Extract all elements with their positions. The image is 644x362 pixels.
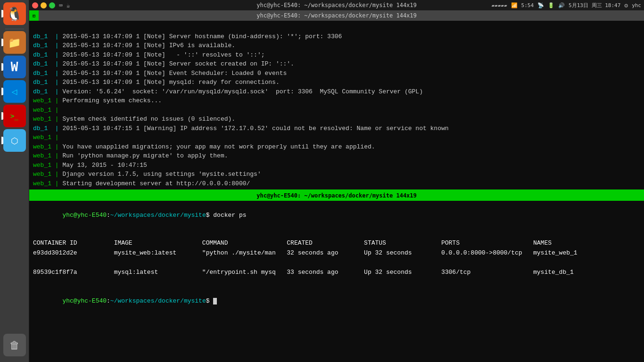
log-line: Performing system checks... <box>62 97 162 104</box>
prompt-line-2: yhc@yhc-E540:~/workspaces/docker/mysite$ <box>29 288 644 313</box>
prompt2-user: yhc@yhc-E540 <box>62 297 107 304</box>
lower-pane-title: yhc@yhc-E540: ~/workspaces/docker/mysite… <box>256 192 417 199</box>
log-prefix: db_1 | <box>33 88 62 95</box>
log-line: 2015-05-13 10:47:09 1 [Note] Event Sched… <box>62 70 287 77</box>
log-line: Version: '5.6.24' socket: '/var/run/mysq… <box>62 88 423 95</box>
topbar: ⌨ ☕ yhc@yhc-E540: ~/workspaces/docker/my… <box>29 0 644 10</box>
log-line: 2015-05-13 10:47:15 1 [Warning] IP addre… <box>62 125 448 132</box>
trash-icon[interactable]: 🗑 <box>3 334 26 356</box>
prompt-dollar: $ <box>206 212 214 219</box>
log-prefix: db_1 | <box>33 33 62 40</box>
log-line: 2015-05-13 10:47:09 1 [Note] Server host… <box>62 33 342 40</box>
user-label: yhc <box>632 2 641 8</box>
log-line: May 13, 2015 - 10:47:15 <box>62 162 147 169</box>
log-line: Django version 1.7.5, using settings 'my… <box>62 171 261 178</box>
close-button[interactable] <box>32 2 38 8</box>
log-line: Starting development server at http://0.… <box>62 180 250 187</box>
log-prefix: web_1 | <box>33 143 62 150</box>
table-row-2: 89539c1f8f7a mysql:latest "/entrypoint.s… <box>33 269 574 276</box>
battery-bar: ▰▰▰▰▰ <box>491 2 507 8</box>
log-prefix: web_1 | <box>33 162 62 169</box>
log-line: Run 'python manage.py migrate' to apply … <box>62 152 228 159</box>
terminal-icon[interactable]: >_ <box>3 105 26 127</box>
upper-pane-titlebar: ⊞ yhc@yhc-E540: ~/workspaces/docker/mysi… <box>29 10 644 21</box>
log-prefix: web_1 | <box>33 152 62 159</box>
topbar-right: ▰▰▰▰▰ 📶 5:54 📡 🔋 🔊 5月13日 周三 18:47 ⚙ yhc <box>491 2 641 9</box>
ubuntu-logo-icon[interactable]: 🐧 <box>3 2 26 25</box>
wifi-icon: 📡 <box>537 2 544 8</box>
upper-terminal-content: db_1 | 2015-05-13 10:47:09 1 [Note] Serv… <box>29 21 644 189</box>
maximize-button[interactable] <box>49 2 55 8</box>
log-line: 2015-05-13 10:47:09 1 [Note] Server sock… <box>62 60 294 67</box>
clock: 5:54 <box>521 2 534 8</box>
prompt-colon: : <box>107 212 110 219</box>
log-prefix: web_1 | <box>33 134 62 141</box>
window-controls <box>32 2 55 8</box>
log-prefix: web_1 | <box>33 180 62 187</box>
prompt2-colon: : <box>107 297 110 304</box>
prompt-line-1: yhc@yhc-E540:~/workspaces/docker/mysite$… <box>29 203 644 228</box>
table-header: CONTAINER ID IMAGE COMMAND CREATED STATU… <box>33 239 552 247</box>
log-prefix: db_1 | <box>33 70 62 77</box>
log-prefix: db_1 | <box>33 125 62 132</box>
battery-icon: 🔋 <box>548 2 554 8</box>
topbar-left: ⌨ ☕ <box>32 2 70 9</box>
datetime: 5月13日 周三 18:47 <box>569 2 620 9</box>
prompt-user: yhc@yhc-E540 <box>62 212 107 219</box>
log-prefix: web_1 | <box>33 107 62 114</box>
prompt-path: ~/workspaces/docker/mysite <box>110 212 206 219</box>
taskbar: 🐧 📁 W ◁ >_ ⬡ 🗑 <box>0 0 29 362</box>
command-text: docker ps <box>213 212 246 219</box>
log-line: 2015-05-13 10:47:09 1 [Note] IPv6 is ava… <box>62 42 235 49</box>
nautilus-icon[interactable]: ⬡ <box>3 129 26 152</box>
log-line: System check identified no issues (0 sil… <box>62 115 235 123</box>
lower-pane: yhc@yhc-E540: ~/workspaces/docker/mysite… <box>29 189 644 362</box>
pane-handle[interactable]: ⊞ <box>29 10 39 21</box>
log-prefix: web_1 | <box>33 97 62 104</box>
volume-icon: 🔊 <box>558 2 565 8</box>
prompt2-dollar: $ <box>206 297 214 304</box>
lower-pane-content: yhc@yhc-E540:~/workspaces/docker/mysite$… <box>29 201 644 315</box>
log-prefix: web_1 | <box>33 115 62 123</box>
log-prefix: web_1 | <box>33 171 62 178</box>
docker-table: CONTAINER ID IMAGE COMMAND CREATED STATU… <box>29 228 644 288</box>
lower-pane-titlebar: yhc@yhc-E540: ~/workspaces/docker/mysite… <box>29 190 644 201</box>
table-row-1: e93dd3012d2e mysite_web:latest "python .… <box>33 249 578 256</box>
upper-pane-title: yhc@yhc-E540: ~/workspaces/docker/mysite… <box>256 12 417 19</box>
files-icon[interactable]: 📁 <box>3 31 26 54</box>
log-line: 2015-05-13 10:47:09 1 [Note] mysqld: rea… <box>62 79 279 86</box>
topbar-title: yhc@yhc-E540: ~/workspaces/docker/mysite… <box>256 2 417 8</box>
coffee-icon: ☕ <box>66 2 70 9</box>
keyboard-icon: ⌨ <box>59 2 63 9</box>
taskbar-separator <box>5 29 24 29</box>
log-prefix: db_1 | <box>33 79 62 86</box>
settings-icon[interactable]: ⚙ <box>624 2 628 9</box>
vscode-icon[interactable]: ◁ <box>3 80 26 103</box>
minimize-button[interactable] <box>41 2 47 8</box>
upper-pane: ⊞ yhc@yhc-E540: ~/workspaces/docker/mysi… <box>29 10 644 189</box>
log-prefix: db_1 | <box>33 42 62 49</box>
prompt2-path: ~/workspaces/docker/mysite <box>110 297 206 304</box>
word-icon[interactable]: W <box>3 56 26 78</box>
log-line: You have unapplied migrations; your app … <box>62 143 375 150</box>
terminal-cursor <box>213 298 217 304</box>
log-line: 2015-05-13 10:47:09 1 [Note] - '::' reso… <box>62 51 264 58</box>
log-prefix: db_1 | <box>33 60 62 67</box>
terminal-area: ⊞ yhc@yhc-E540: ~/workspaces/docker/mysi… <box>29 10 644 362</box>
log-prefix: db_1 | <box>33 51 62 58</box>
signal-icon: 📶 <box>511 2 518 8</box>
